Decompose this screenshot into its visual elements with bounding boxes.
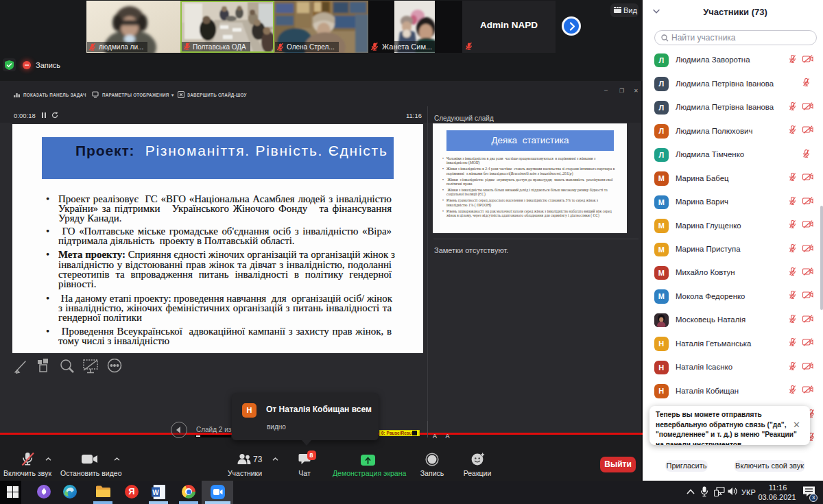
svg-text:W: W xyxy=(152,489,159,496)
